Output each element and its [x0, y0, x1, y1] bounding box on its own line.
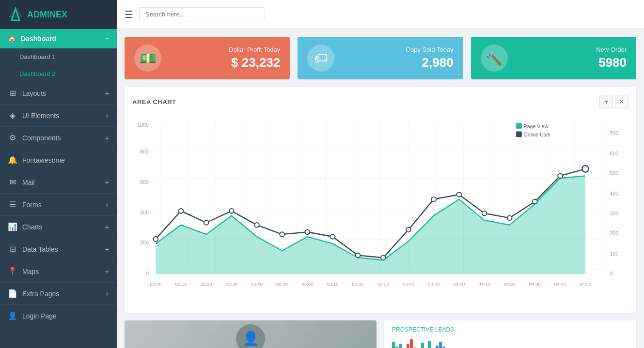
components-label: Components — [22, 134, 61, 142]
chart-header: AREA CHART ▾ ✕ — [132, 95, 628, 108]
svg-point-52 — [558, 174, 563, 179]
bar — [428, 341, 431, 348]
sidebar-dashboard-header[interactable]: 🏠 Dashboard − — [0, 29, 117, 48]
forms-icon: ☰ — [8, 200, 17, 209]
chart-close-button[interactable]: ✕ — [615, 95, 628, 108]
svg-text:300: 300 — [610, 211, 618, 216]
sidebar-item-login-page[interactable]: 👤 Login Page — [0, 305, 117, 327]
plus-icon: + — [105, 268, 109, 275]
sidebar-item-extra-pages[interactable]: 📄 Extra Pages + — [0, 283, 117, 305]
svg-text:03:20: 03:20 — [352, 281, 364, 287]
copy-info: Copy Sold Today 2,980 — [342, 46, 453, 70]
sidebar-item-dashboard1[interactable]: Dashboard 1 — [0, 48, 117, 65]
copy-label: Copy Sold Today — [342, 46, 453, 53]
fontawesome-label: Fontawesome — [22, 156, 65, 164]
leads-bars — [392, 337, 628, 348]
sidebar-item-mail[interactable]: ✉ Mail + — [0, 171, 117, 194]
svg-point-53 — [582, 166, 589, 172]
sidebar-item-layouts[interactable]: ⊞ Layouts + — [0, 82, 117, 105]
order-label: New Order — [516, 46, 627, 53]
svg-marker-0 — [12, 9, 19, 20]
order-info: New Order 5980 — [516, 46, 627, 70]
bar — [407, 344, 409, 348]
main-content: ☰ 💵 Dollar Profit Today $ 23,232 🏷 Copy … — [117, 0, 644, 348]
leads-title-sub: LEADS — [435, 326, 454, 333]
stat-card-order: 🔨 New Order 5980 — [471, 37, 636, 79]
layouts-icon: ⊞ — [8, 89, 17, 98]
svg-text:04:50: 04:50 — [580, 281, 591, 287]
data-tables-label: Data Tables — [22, 245, 58, 253]
leads-title-main: PROSPECTIVE — [392, 326, 433, 333]
bar-group-4 — [436, 342, 445, 348]
profit-value: $ 23,232 — [169, 55, 280, 70]
area-chart-svg: 0 200 400 600 800 1000 0 100 200 300 400… — [132, 114, 628, 303]
search-box[interactable] — [139, 7, 265, 21]
profit-icon: 💵 — [134, 45, 161, 72]
svg-point-49 — [482, 211, 487, 216]
svg-point-50 — [507, 215, 512, 220]
chart-collapse-button[interactable]: ▾ — [599, 95, 613, 108]
header: ☰ — [117, 0, 644, 29]
fontawesome-icon: 🔔 — [8, 155, 17, 165]
sidebar-item-forms[interactable]: ☰ Forms + — [0, 194, 117, 216]
sidebar-item-data-tables[interactable]: ⊟ Data Tables + — [0, 238, 117, 260]
sidebar-item-maps[interactable]: 📍 Maps + — [0, 260, 117, 283]
profit-info: Dollar Profit Today $ 23,232 — [169, 46, 280, 70]
plus-icon: + — [105, 290, 109, 298]
plus-icon: + — [105, 179, 109, 186]
bar-group-2 — [407, 339, 416, 348]
svg-text:800: 800 — [140, 149, 149, 154]
sidebar-item-ui-elements[interactable]: ◈ UI Elements + — [0, 105, 117, 127]
mail-label: Mail — [22, 179, 35, 186]
sidebar: ADMINEX 🏠 Dashboard − Dashboard 1 Dashbo… — [0, 0, 117, 348]
svg-text:03:50: 03:50 — [428, 281, 440, 287]
sidebar-item-charts[interactable]: 📊 Charts + — [0, 216, 117, 238]
svg-point-51 — [533, 199, 537, 204]
svg-text:02:10: 02:10 — [175, 281, 187, 287]
svg-text:03:40: 03:40 — [403, 281, 414, 287]
area-chart-panel: AREA CHART ▾ ✕ 0 200 — [125, 87, 636, 313]
bar-group-1 — [392, 342, 402, 348]
bottom-panels: 👤 PROSPECTIVE LEADS — [125, 320, 636, 348]
maps-label: Maps — [22, 268, 39, 275]
stat-cards: 💵 Dollar Profit Today $ 23,232 🏷 Copy So… — [125, 37, 636, 79]
profit-label: Dollar Profit Today — [169, 46, 280, 53]
layouts-label: Layouts — [22, 90, 46, 97]
ui-elements-icon: ◈ — [8, 111, 17, 120]
search-input[interactable] — [145, 11, 259, 18]
plus-icon: + — [105, 201, 109, 209]
svg-point-44 — [356, 253, 361, 258]
svg-rect-56 — [516, 132, 522, 137]
sidebar-item-fontawesome[interactable]: 🔔 Fontawesome — [0, 149, 117, 171]
svg-point-40 — [254, 223, 259, 227]
ui-elements-label: UI Elements — [22, 112, 59, 120]
leads-panel: PROSPECTIVE LEADS — [384, 320, 636, 348]
svg-point-47 — [431, 197, 436, 202]
chart-actions: ▾ ✕ — [599, 95, 628, 108]
login-label: Login Page — [22, 312, 57, 320]
sidebar-item-dashboard2[interactable]: Dashboard 2 — [0, 65, 117, 82]
svg-text:04:20: 04:20 — [504, 281, 516, 287]
svg-point-36 — [153, 237, 158, 242]
plus-icon: + — [105, 112, 109, 120]
charts-icon: 📊 — [8, 222, 17, 231]
plus-icon: + — [105, 245, 109, 253]
svg-point-48 — [456, 192, 461, 197]
svg-text:700: 700 — [610, 130, 618, 136]
data-tables-icon: ⊟ — [8, 244, 17, 254]
bar — [421, 343, 424, 348]
svg-rect-54 — [516, 123, 522, 129]
svg-text:03:00: 03:00 — [301, 281, 313, 287]
hamburger-button[interactable]: ☰ — [125, 9, 133, 20]
svg-point-41 — [280, 232, 284, 237]
sidebar-item-components[interactable]: ⚙ Components + — [0, 127, 117, 149]
collapse-icon: − — [105, 35, 109, 43]
order-value: 5980 — [516, 55, 627, 70]
logo: ADMINEX — [0, 0, 117, 29]
extra-pages-icon: 📄 — [8, 289, 17, 298]
stat-card-profit: 💵 Dollar Profit Today $ 23,232 — [125, 37, 290, 79]
svg-text:02:30: 02:30 — [226, 281, 237, 287]
svg-text:02:40: 02:40 — [251, 281, 263, 287]
plus-icon: + — [105, 134, 109, 142]
logo-text: ADMINEX — [27, 10, 67, 20]
